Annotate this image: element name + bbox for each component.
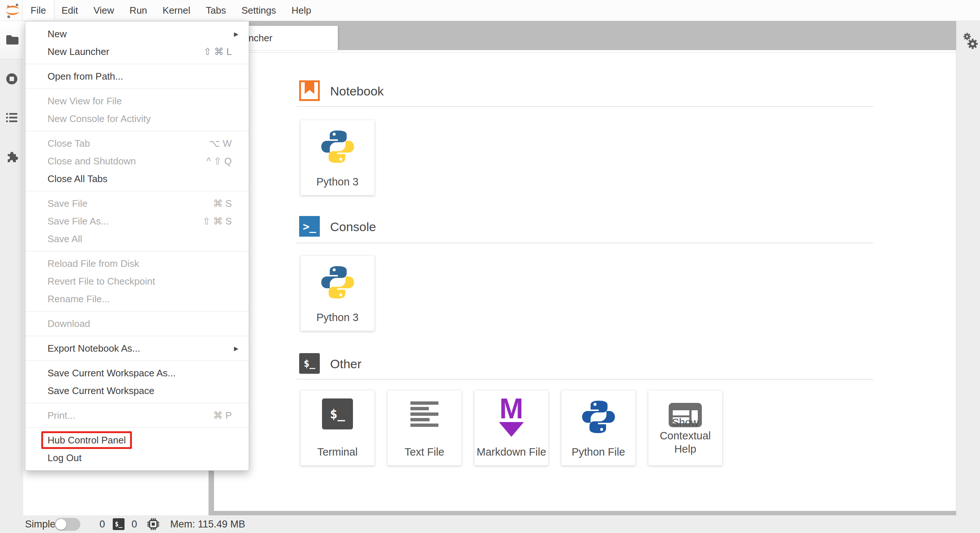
- launcher-card-show-contextual-help[interactable]: Show Contextual Help: [648, 390, 722, 466]
- menu-item-rename-file: Rename File...: [25, 290, 249, 308]
- menu-item-reload-file-from-disk: Reload File from Disk: [25, 255, 249, 272]
- menu-divider: [25, 403, 249, 403]
- menu-item-close-all-tabs[interactable]: Close All Tabs: [25, 170, 249, 188]
- launcher-card-terminal[interactable]: $_ Terminal: [300, 390, 375, 466]
- menu-item-revert-file-to-checkpoint: Revert File to Checkpoint: [25, 272, 249, 290]
- stop-circle-icon: [5, 72, 19, 86]
- menu-item-new-view-for-file: New View for File: [25, 92, 249, 110]
- dock-bottom-border: [214, 511, 956, 515]
- right-sidebar: [956, 21, 980, 515]
- memory-usage: Mem: 115.49 MB: [170, 515, 245, 533]
- launcher-card-text-file[interactable]: Text File: [387, 390, 461, 466]
- menubar-item-file[interactable]: File: [23, 0, 54, 21]
- card-label: Text File: [388, 445, 461, 458]
- sidebar-item-table-of-contents[interactable]: [5, 110, 19, 124]
- file-menu-dropdown: New ▸ New Launcher ⇧ ⌘ L Open from Path.…: [25, 21, 249, 471]
- launcher-card-python-file[interactable]: Python File: [561, 390, 636, 466]
- jupyterlab-window: Launcher Notebook Python 3 >_ Console: [0, 0, 980, 533]
- menubar-item-help[interactable]: Help: [284, 0, 319, 21]
- menubar-item-run[interactable]: Run: [122, 0, 155, 21]
- kernel-chip-icon[interactable]: [146, 517, 160, 533]
- menubar-item-tabs[interactable]: Tabs: [198, 0, 234, 21]
- menu-item-new[interactable]: New ▸: [25, 25, 249, 43]
- menu-item-new-launcher[interactable]: New Launcher ⇧ ⌘ L: [25, 43, 249, 61]
- python-file-icon: [580, 399, 617, 437]
- property-inspector-gears-icon[interactable]: [963, 32, 978, 51]
- menubar-item-edit[interactable]: Edit: [54, 0, 86, 21]
- folder-icon: [5, 32, 19, 46]
- section-divider: [297, 106, 873, 107]
- menubar-item-settings[interactable]: Settings: [234, 0, 284, 21]
- kernels-count: 0: [132, 515, 137, 533]
- toggle-knob: [56, 519, 66, 530]
- launcher-section-title-other: Other: [330, 353, 361, 374]
- menu-item-save-file-as: Save File As... ⇧ ⌘ S: [25, 212, 249, 230]
- left-sidebar: [0, 21, 24, 515]
- launcher-card-markdown-file[interactable]: M Markdown File: [474, 390, 549, 466]
- python-icon: [319, 128, 356, 167]
- submenu-arrow-icon: ▸: [234, 343, 239, 353]
- menu-item-download: Download: [25, 315, 249, 332]
- annotation-highlight-box: Hub Control Panel: [41, 431, 132, 449]
- status-bar: Simple 0 $_ 0 Mem: 115.49 MB: [0, 515, 980, 533]
- card-label: Show Contextual Help: [648, 416, 722, 456]
- card-label: Markdown File: [474, 445, 548, 458]
- menu-item-close-and-shutdown: Close and Shutdown ^ ⇧ Q: [25, 152, 249, 170]
- menubar-items: File Edit View Run Kernel Tabs Settings …: [23, 0, 319, 21]
- markdown-icon: M: [499, 396, 524, 437]
- list-icon: [5, 110, 19, 124]
- terminal-icon: $_: [299, 353, 320, 374]
- section-divider: [297, 243, 873, 243]
- sidebar-item-file-browser[interactable]: [5, 32, 19, 46]
- python-icon: [319, 264, 356, 302]
- section-divider: [297, 379, 873, 380]
- menu-item-new-console-for-activity: New Console for Activity: [25, 110, 249, 128]
- terminal-icon: $_: [322, 399, 353, 429]
- menu-item-close-tab: Close Tab ⌥ W: [25, 134, 249, 152]
- simple-mode-label: Simple: [25, 515, 56, 533]
- card-label: Python 3: [301, 175, 374, 188]
- simple-mode-toggle[interactable]: [54, 518, 80, 531]
- submenu-arrow-icon: ▸: [234, 29, 239, 39]
- menu-bar: File Edit View Run Kernel Tabs Settings …: [0, 0, 980, 21]
- menu-item-print: Print... ⌘ P: [25, 407, 249, 424]
- menu-divider: [25, 311, 249, 311]
- menubar-item-kernel[interactable]: Kernel: [155, 0, 198, 21]
- menu-divider: [25, 88, 249, 89]
- terminals-count: 0: [99, 515, 105, 533]
- menu-item-save-current-workspace[interactable]: Save Current Workspace: [25, 382, 249, 400]
- menu-divider: [25, 428, 249, 428]
- menu-item-open-from-path[interactable]: Open from Path...: [25, 67, 249, 85]
- terminal-icon[interactable]: $_: [113, 518, 124, 530]
- card-label: Python 3: [301, 311, 374, 324]
- tab-bar-underline: [214, 50, 956, 53]
- launcher-card-console-python3[interactable]: Python 3: [300, 255, 375, 331]
- notebook-icon: [299, 80, 320, 101]
- markdown-letter: M: [499, 396, 524, 421]
- menu-divider: [25, 131, 249, 131]
- menu-divider: [25, 361, 249, 361]
- launcher-card-notebook-python3[interactable]: Python 3: [300, 120, 375, 195]
- menu-item-log-out[interactable]: Log Out: [25, 449, 249, 467]
- menu-item-hub-control-panel[interactable]: Hub Control Panel: [25, 431, 249, 449]
- card-label: Terminal: [301, 445, 374, 458]
- menu-item-export-notebook-as[interactable]: Export Notebook As... ▸: [25, 340, 249, 357]
- puzzle-icon: [5, 150, 19, 164]
- menu-divider: [25, 336, 249, 336]
- launcher-section-title-notebook: Notebook: [330, 80, 384, 101]
- launcher-section-title-console: Console: [330, 216, 376, 237]
- console-icon: >_: [299, 216, 320, 237]
- menu-item-save-file: Save File ⌘ S: [25, 195, 249, 212]
- sidebar-item-running-sessions[interactable]: [5, 72, 19, 86]
- menu-divider: [25, 251, 249, 251]
- sidebar-item-extensions[interactable]: [5, 150, 19, 164]
- menu-divider: [25, 64, 249, 64]
- menubar-item-view[interactable]: View: [86, 0, 122, 21]
- menu-item-save-current-workspace-as[interactable]: Save Current Workspace As...: [25, 364, 249, 382]
- jupyter-logo: [3, 2, 22, 21]
- card-label: Python File: [562, 445, 635, 458]
- menu-item-save-all: Save All: [25, 230, 249, 248]
- text-file-icon: [410, 401, 439, 429]
